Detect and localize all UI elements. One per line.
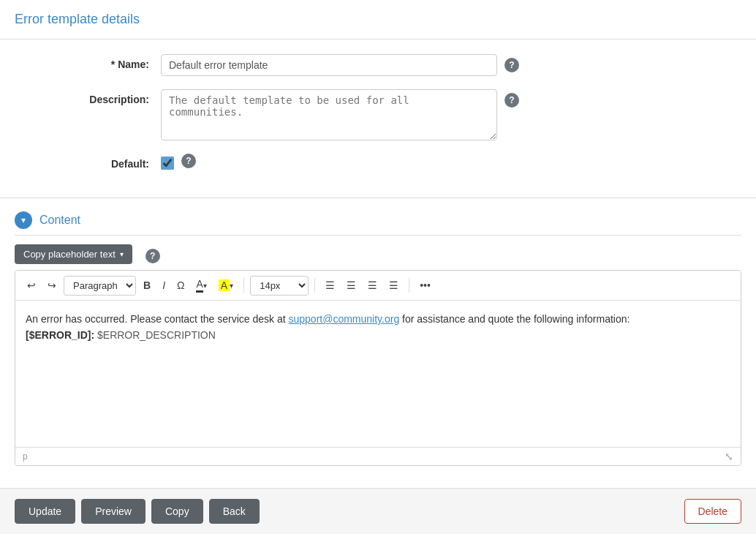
preview-button[interactable]: Preview [81,499,145,524]
toolbar-divider-3 [409,278,409,293]
description-help-icon[interactable]: ? [504,93,519,108]
editor-text-after-link: for assistance and quote the following i… [399,313,630,325]
editor-link[interactable]: support@community.org [289,313,400,325]
undo-button[interactable]: ↩ [23,277,40,294]
editor-toolbar: ↩ ↪ Paragraph B I Ω A ▾ A ▾ 14px [15,271,741,301]
editor-toolbar-top: Copy placeholder text ▾ ? [0,236,756,270]
name-label: * Name: [29,54,161,70]
align-justify-button[interactable]: ☰ [385,277,403,294]
highlight-button[interactable]: A ▾ [214,277,238,294]
editor-status-bar: p ⤡ [15,447,741,465]
delete-button[interactable]: Delete [684,499,741,524]
copy-placeholder-label: Copy placeholder text [23,249,116,260]
name-help-icon[interactable]: ? [504,58,519,72]
default-help-icon[interactable]: ? [181,154,196,168]
editor-paragraph-2: [$ERROR_ID]: $ERROR_DESCRIPTION [26,327,730,343]
editor-status-text: p [23,451,28,462]
default-checkbox[interactable] [161,157,174,170]
back-button[interactable]: Back [209,499,260,524]
default-control-wrap: ? [161,154,727,170]
name-row: * Name: ? [29,54,727,76]
more-options-button[interactable]: ••• [415,277,435,294]
default-row: Default: ? [29,154,727,170]
align-center-button[interactable]: ☰ [342,277,360,294]
content-section: ▾ Content [0,198,756,236]
align-right-button[interactable]: ☰ [363,277,382,294]
paragraph-select[interactable]: Paragraph [64,276,136,296]
form-area: * Name: ? Description: ? Default: ? [0,40,756,198]
redo-button[interactable]: ↪ [43,277,61,294]
editor-text-before-link: An error has occurred. Please contact th… [26,313,289,325]
italic-button[interactable]: I [158,277,170,294]
footer-bar: Update Preview Copy Back Delete [0,488,756,534]
name-control-wrap: ? [161,54,727,76]
description-row: Description: ? [29,89,727,140]
name-input[interactable] [161,54,497,76]
bold-button[interactable]: B [139,277,155,294]
copy-placeholder-button[interactable]: Copy placeholder text ▾ [15,244,132,264]
copy-placeholder-arrow: ▾ [120,250,124,258]
default-label: Default: [29,154,161,170]
description-textarea[interactable] [161,89,497,140]
rich-text-editor: ↩ ↪ Paragraph B I Ω A ▾ A ▾ 14px [15,270,741,466]
page-header: Error template details [0,0,756,40]
description-control-wrap: ? [161,89,727,140]
highlight-dropdown-arrow: ▾ [230,282,233,290]
font-color-button[interactable]: A ▾ [192,275,211,296]
editor-paragraph-1: An error has occurred. Please contact th… [26,311,730,327]
editor-content[interactable]: An error has occurred. Please contact th… [15,301,741,447]
copy-placeholder-help-icon[interactable]: ? [145,249,160,263]
default-checkbox-wrap [161,154,174,170]
align-left-button[interactable]: ☰ [321,277,339,294]
content-title: Content [39,214,80,227]
description-label: Description: [29,89,161,105]
page-title: Error template details [15,12,741,27]
toolbar-divider-1 [243,278,244,293]
content-toggle-icon[interactable]: ▾ [15,211,32,229]
font-size-select[interactable]: 14px [250,276,309,296]
editor-error-id-bold: [$ERROR_ID]: [26,329,94,341]
content-header: ▾ Content [15,206,741,236]
editor-resize-handle[interactable]: ⤡ [725,451,733,462]
toolbar-divider-2 [314,278,315,293]
omega-button[interactable]: Ω [173,277,189,294]
copy-button[interactable]: Copy [151,499,203,524]
font-color-dropdown-arrow: ▾ [203,282,207,290]
footer-left-buttons: Update Preview Copy Back [15,499,260,524]
page-container: Error template details * Name: ? Descrip… [0,0,756,534]
editor-error-description: $ERROR_DESCRIPTION [94,329,216,341]
update-button[interactable]: Update [15,499,75,524]
